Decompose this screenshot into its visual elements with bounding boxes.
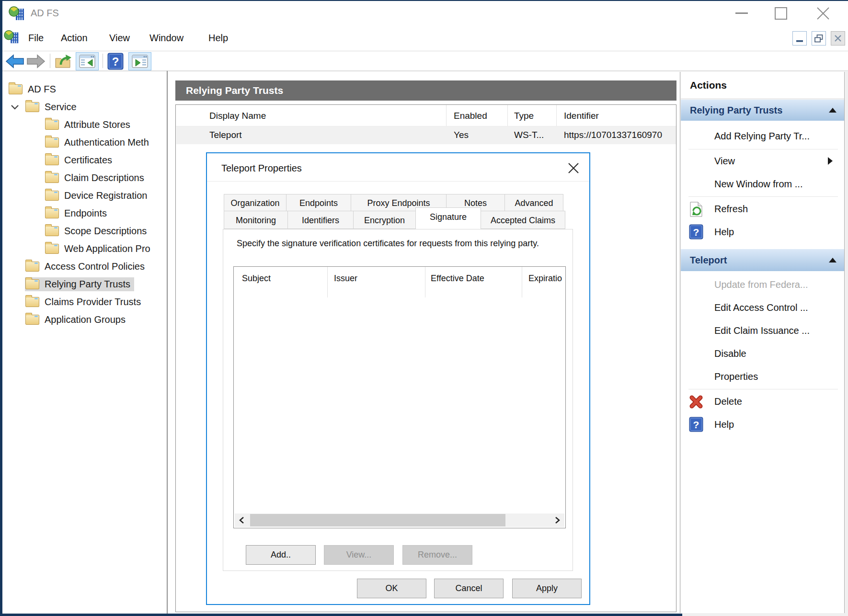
- dialog-close-icon[interactable]: [566, 161, 581, 175]
- menu-window[interactable]: Window: [149, 33, 183, 44]
- tab-signature[interactable]: Signature: [415, 207, 481, 226]
- maximize-button[interactable]: [771, 4, 791, 23]
- forward-icon[interactable]: [26, 52, 46, 70]
- show-console-tree-icon[interactable]: [76, 52, 99, 70]
- folder-icon: [45, 120, 59, 130]
- tree-item-access-control-policies[interactable]: Access Control Policies: [2, 258, 167, 275]
- column-divider[interactable]: [327, 267, 328, 297]
- tab-identifiers[interactable]: Identifiers: [287, 211, 354, 229]
- tree-item-claims-provider-trusts[interactable]: Claims Provider Trusts: [2, 293, 167, 311]
- certificate-list: Subject Issuer Effective Date Expiratio: [233, 266, 566, 528]
- tab-description: Specify the signature verification certi…: [237, 237, 559, 250]
- chevron-down-icon[interactable]: [11, 104, 25, 110]
- tab-encryption[interactable]: Encryption: [353, 211, 416, 229]
- console-app-icon: [4, 29, 20, 47]
- tree-item-adfs[interactable]: AD FS: [2, 80, 167, 98]
- tree-item-attribute-stores[interactable]: Attribute Stores: [2, 116, 167, 134]
- scrollbar-thumb[interactable]: [250, 514, 505, 526]
- action-refresh[interactable]: Refresh: [681, 197, 844, 220]
- tree-item-claim-descriptions[interactable]: Claim Descriptions: [2, 169, 167, 187]
- adfs-app-icon: [9, 5, 26, 24]
- actions-section-teleport[interactable]: Teleport: [681, 249, 844, 271]
- cert-column-effective-date[interactable]: Effective Date: [431, 274, 484, 284]
- folder-icon: [25, 279, 39, 289]
- tab-advanced[interactable]: Advanced: [504, 194, 563, 211]
- mdi-close-button[interactable]: [831, 31, 845, 46]
- action-help-teleport[interactable]: ? Help: [681, 413, 844, 436]
- divider: [681, 99, 844, 99]
- help-toolbar-icon[interactable]: ?: [107, 52, 124, 70]
- add-button[interactable]: Add..: [246, 545, 316, 565]
- window-title: AD FS: [31, 8, 59, 19]
- signature-tab-page: Specify the signature verification certi…: [223, 229, 573, 571]
- action-edit-access-control-policy[interactable]: Edit Access Control ...: [681, 296, 844, 319]
- back-icon[interactable]: [5, 52, 25, 70]
- action-view[interactable]: View: [681, 149, 844, 172]
- tab-accepted-claims[interactable]: Accepted Claims: [481, 211, 565, 229]
- cell-enabled: Yes: [454, 130, 469, 140]
- column-divider[interactable]: [556, 105, 557, 126]
- cert-column-expiration[interactable]: Expiratio: [528, 274, 562, 284]
- action-new-window[interactable]: New Window from ...: [681, 172, 844, 195]
- folder-icon: [25, 297, 39, 307]
- column-header-identifier[interactable]: Identifier: [564, 111, 599, 121]
- delete-icon: [689, 395, 703, 411]
- action-add-relying-party-trust[interactable]: Add Relying Party Tr...: [681, 125, 844, 148]
- collapse-icon[interactable]: [829, 108, 837, 113]
- menu-file[interactable]: File: [28, 33, 44, 44]
- table-row-teleport[interactable]: Teleport Yes WS-T... https://10701337160…: [176, 126, 676, 144]
- menu-action[interactable]: Action: [61, 33, 88, 44]
- help-icon: ?: [689, 224, 703, 241]
- mdi-minimize-button[interactable]: [792, 31, 807, 46]
- column-divider[interactable]: [522, 267, 522, 297]
- horizontal-scrollbar[interactable]: [235, 513, 564, 527]
- action-edit-claim-issuance-policy[interactable]: Edit Claim Issuance ...: [681, 319, 844, 342]
- tree-item-device-registration[interactable]: Device Registration: [2, 187, 167, 205]
- menu-view[interactable]: View: [109, 33, 130, 44]
- tree-item-scope-descriptions[interactable]: Scope Descriptions: [2, 222, 167, 240]
- column-header-enabled[interactable]: Enabled: [454, 111, 487, 121]
- cancel-button[interactable]: Cancel: [434, 579, 504, 598]
- tab-endpoints[interactable]: Endpoints: [286, 194, 351, 211]
- export-list-icon[interactable]: [54, 52, 74, 70]
- tab-organization[interactable]: Organization: [224, 194, 286, 211]
- scroll-left-icon[interactable]: [235, 513, 248, 527]
- menu-help[interactable]: Help: [208, 33, 228, 44]
- apply-button[interactable]: Apply: [512, 579, 582, 598]
- tree-item-authentication-methods[interactable]: Authentication Meth: [2, 134, 167, 151]
- actions-section-relying-party-trusts[interactable]: Relying Party Trusts: [681, 100, 844, 121]
- mdi-restore-button[interactable]: [812, 31, 826, 46]
- action-update-from-federation: Update from Federa...: [681, 273, 844, 296]
- tree-item-application-groups[interactable]: Application Groups: [2, 311, 167, 329]
- tree-item-service[interactable]: Service: [2, 98, 167, 116]
- close-button[interactable]: [814, 4, 833, 23]
- column-divider[interactable]: [507, 105, 508, 126]
- action-disable[interactable]: Disable: [681, 342, 844, 365]
- minimize-button[interactable]: [732, 4, 751, 23]
- ok-button[interactable]: OK: [357, 579, 426, 598]
- action-delete[interactable]: Delete: [681, 390, 844, 413]
- column-header-display-name[interactable]: Display Name: [209, 111, 266, 121]
- scroll-right-icon[interactable]: [551, 513, 564, 527]
- column-header-type[interactable]: Type: [514, 111, 534, 121]
- tree-item-certificates[interactable]: Certificates: [2, 151, 167, 169]
- cell-type: WS-T...: [514, 130, 544, 140]
- action-properties[interactable]: Properties: [681, 365, 844, 388]
- cert-column-issuer[interactable]: Issuer: [334, 274, 357, 284]
- window-border: [0, 614, 682, 616]
- show-action-pane-icon[interactable]: [128, 52, 151, 70]
- submenu-arrow-icon: [828, 157, 833, 165]
- action-help[interactable]: ? Help: [681, 220, 844, 243]
- folder-icon: [9, 84, 23, 94]
- svg-text:?: ?: [112, 55, 119, 68]
- tree-item-web-application-proxy[interactable]: Web Application Pro: [2, 240, 167, 258]
- folder-icon: [25, 315, 39, 325]
- column-divider[interactable]: [446, 105, 447, 126]
- tree-item-relying-party-trusts[interactable]: Relying Party Trusts: [2, 275, 167, 293]
- tab-monitoring[interactable]: Monitoring: [224, 211, 288, 229]
- collapse-icon[interactable]: [829, 258, 837, 262]
- column-divider[interactable]: [425, 267, 425, 297]
- cert-column-subject[interactable]: Subject: [242, 274, 271, 284]
- tree-item-endpoints[interactable]: Endpoints: [2, 205, 167, 222]
- folder-icon: [25, 102, 39, 112]
